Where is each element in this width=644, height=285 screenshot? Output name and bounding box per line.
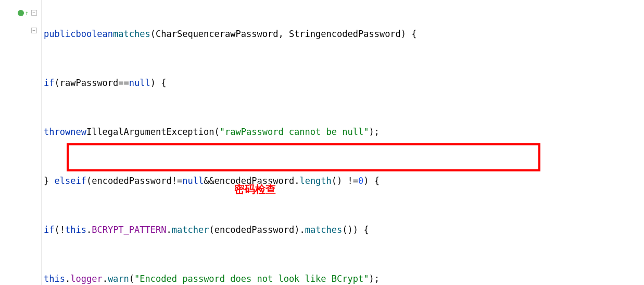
punct: ); — [369, 127, 379, 137]
gutter-line — [0, 162, 41, 180]
keyword: null — [129, 78, 150, 88]
gutter-line — [0, 267, 41, 285]
keyword: if — [44, 225, 54, 235]
gutter-line — [0, 215, 41, 232]
gutter-line: − — [0, 22, 41, 40]
gutter: ↑ − − — [0, 0, 42, 285]
punct: ( — [54, 225, 59, 235]
gutter-line — [0, 127, 41, 145]
fold-icon[interactable]: − — [31, 10, 37, 16]
punct: ) { — [401, 29, 417, 39]
field: logger — [70, 274, 102, 284]
annotation-label: 密码检查 — [234, 182, 276, 196]
op: != — [172, 176, 182, 186]
gutter-line — [0, 250, 41, 268]
keyword: boolean — [75, 29, 113, 39]
override-icon[interactable] — [17, 9, 24, 17]
op: ! — [60, 225, 65, 235]
method: matches — [305, 225, 343, 235]
punct: ) { — [150, 78, 167, 88]
gutter-line — [0, 232, 41, 250]
method: warn — [108, 274, 129, 284]
type: CharSequence — [156, 29, 220, 39]
punct: ); — [369, 274, 379, 284]
gutter-line — [0, 39, 41, 57]
method-name: matches — [113, 29, 150, 39]
punct: . — [65, 274, 70, 284]
code-editor[interactable]: public boolean matches(CharSequence rawP… — [42, 0, 644, 285]
punct: ( — [54, 78, 59, 88]
keyword: else — [54, 176, 75, 186]
op: == — [118, 78, 129, 88]
gutter-line — [0, 75, 41, 92]
punct: ) { — [363, 176, 380, 186]
code-line-4: } else if (encodedPassword != null && en… — [42, 172, 644, 190]
punct: , — [278, 29, 288, 39]
var: encodedPassword — [214, 225, 295, 235]
var: rawPassword — [60, 78, 119, 88]
punct: . — [166, 225, 171, 235]
punct: ( — [214, 127, 220, 137]
code-line-6: this.logger.warn("Encoded password does … — [42, 270, 644, 285]
punct: () — [332, 176, 348, 186]
gutter-line — [0, 197, 41, 215]
code-line-2: if (rawPassword == null) { — [42, 74, 644, 92]
string: "Encoded password does not look like BCr… — [134, 274, 369, 284]
code-line-5: if (!this.BCRYPT_PATTERN.matcher(encoded… — [42, 221, 644, 239]
code-line-1: public boolean matches(CharSequence rawP… — [42, 25, 644, 43]
highlight-box — [67, 143, 540, 171]
param: rawPassword — [220, 29, 279, 39]
punct: ( — [86, 176, 92, 186]
number: 0 — [358, 176, 363, 186]
punct: . — [86, 225, 92, 235]
gutter-line — [0, 109, 41, 127]
fold-icon[interactable]: − — [31, 28, 37, 33]
class: IllegalArgumentException — [86, 127, 214, 137]
punct: . — [103, 274, 108, 284]
punct: . — [294, 176, 299, 186]
string: "rawPassword cannot be null" — [220, 127, 369, 137]
gutter-line — [0, 57, 41, 75]
op: != — [348, 176, 358, 186]
code-line-3: throw new IllegalArgumentException("rawP… — [42, 123, 644, 141]
keyword: throw — [44, 127, 70, 137]
method: matcher — [172, 225, 209, 235]
override-arrow-icon: ↑ — [25, 9, 29, 17]
gutter-line — [0, 145, 41, 163]
op: && — [204, 176, 214, 186]
gutter-line — [0, 92, 41, 109]
punct: ( — [129, 274, 134, 284]
keyword: new — [70, 127, 86, 137]
punct: ). — [294, 225, 305, 235]
field: BCRYPT_PATTERN — [92, 225, 166, 235]
keyword: public — [44, 29, 75, 39]
gutter-line — [0, 180, 41, 197]
gutter-line: ↑ − — [0, 4, 41, 22]
punct: } — [44, 176, 54, 186]
punct: ()) { — [342, 225, 369, 235]
keyword: if — [75, 176, 86, 186]
keyword: null — [182, 176, 204, 186]
keyword: this — [65, 225, 86, 235]
keyword: this — [44, 274, 65, 284]
keyword: if — [44, 78, 54, 88]
param: encodedPassword — [321, 29, 401, 39]
punct: ( — [209, 225, 214, 235]
method: length — [299, 176, 331, 186]
type: String — [289, 29, 321, 39]
punct: ( — [150, 29, 156, 39]
var: encodedPassword — [92, 176, 172, 186]
